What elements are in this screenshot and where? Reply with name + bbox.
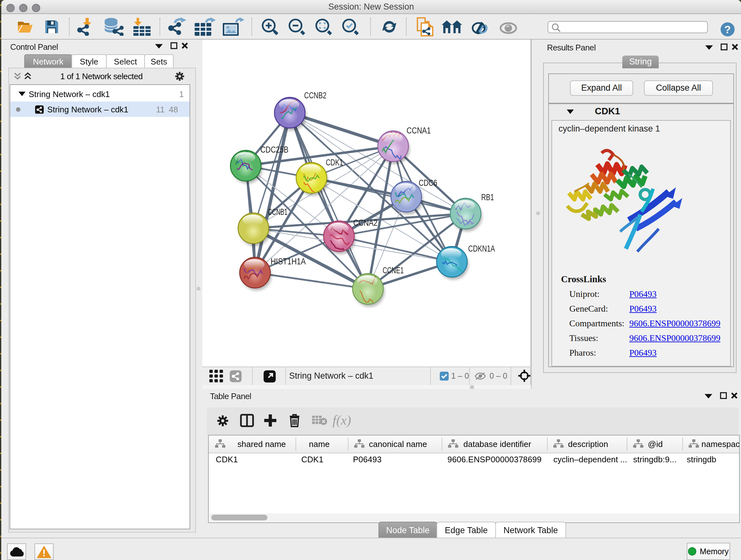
svg-text:CCNE1: CCNE1 bbox=[383, 266, 404, 275]
svg-text:CDC6: CDC6 bbox=[419, 178, 437, 188]
svg-text:?: ? bbox=[724, 23, 731, 36]
svg-text:CDC25B: CDC25B bbox=[260, 145, 288, 154]
svg-text:RB1: RB1 bbox=[481, 192, 494, 202]
svg-text:CDKN1A: CDKN1A bbox=[468, 244, 495, 253]
svg-text:HIST1H1A: HIST1H1A bbox=[271, 257, 306, 266]
svg-text:CDK1: CDK1 bbox=[326, 158, 343, 167]
svg-text:CCNB1: CCNB1 bbox=[268, 207, 287, 217]
svg-text:CCNB2: CCNB2 bbox=[304, 91, 327, 100]
svg-text:CCNA2: CCNA2 bbox=[353, 218, 378, 228]
svg-text:CCNA1: CCNA1 bbox=[407, 126, 431, 135]
